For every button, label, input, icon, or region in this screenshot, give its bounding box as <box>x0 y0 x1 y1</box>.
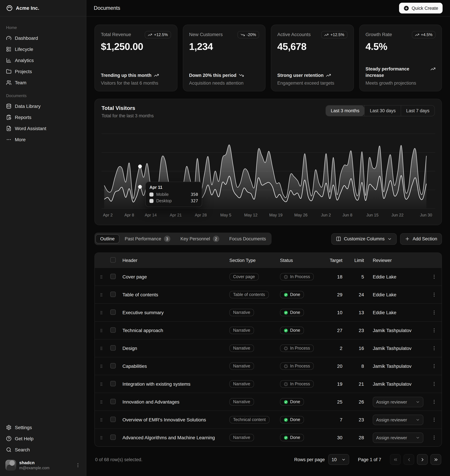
target-cell[interactable]: 25 <box>326 399 349 405</box>
sidebar-item-search[interactable]: Search <box>3 444 83 455</box>
row-header-cell[interactable]: Integration with existing systems <box>120 381 227 387</box>
sidebar-item-projects[interactable]: Projects <box>3 66 83 77</box>
row-actions-button[interactable] <box>429 292 439 297</box>
row-actions-button[interactable] <box>429 381 439 387</box>
limit-cell[interactable]: 23 <box>349 328 370 333</box>
sidebar-item-more[interactable]: More <box>3 134 83 145</box>
target-cell[interactable]: 2 <box>326 346 349 351</box>
sidebar-item-lifecycle[interactable]: Lifecycle <box>3 43 83 55</box>
tooltip-value: 327 <box>191 198 198 203</box>
limit-cell[interactable]: 23 <box>349 417 370 422</box>
row-actions-button[interactable] <box>429 435 439 440</box>
target-cell[interactable]: 30 <box>326 435 349 440</box>
row-actions-button[interactable] <box>429 417 439 422</box>
row-header-cell[interactable]: Advanced Algorithms and Machine Learning <box>120 435 227 440</box>
assign-reviewer-select[interactable]: Assign reviewer <box>373 432 423 443</box>
chart-area[interactable]: Apr 2Apr 8Apr 14Apr 21Apr 28May 5May 12M… <box>101 124 435 221</box>
row-checkbox[interactable] <box>110 291 116 297</box>
row-header-cell[interactable]: Design <box>120 346 227 351</box>
row-actions-button[interactable] <box>429 328 439 333</box>
row-checkbox[interactable] <box>110 309 116 315</box>
row-checkbox[interactable] <box>110 417 116 422</box>
first-page-button[interactable] <box>390 454 401 465</box>
stat-foot-title: Trending up this month <box>101 72 151 79</box>
row-checkbox[interactable] <box>110 399 116 404</box>
row-checkbox[interactable] <box>110 345 116 350</box>
sidebar-item-team[interactable]: Team <box>3 77 83 88</box>
sidebar-item-reports[interactable]: Reports <box>3 112 83 123</box>
row-header-cell[interactable]: Executive summary <box>120 310 227 315</box>
row-header-cell[interactable]: Overview of EMR's Innovative Solutions <box>120 417 227 422</box>
add-section-button[interactable]: Add Section <box>400 233 442 244</box>
row-checkbox[interactable] <box>110 363 116 368</box>
limit-cell[interactable]: 21 <box>349 381 370 387</box>
limit-cell[interactable]: 24 <box>349 292 370 297</box>
sidebar-item-dashboard[interactable]: Dashboard <box>3 32 83 43</box>
row-actions-button[interactable] <box>429 310 439 315</box>
assign-reviewer-select[interactable]: Assign reviewer <box>373 414 423 425</box>
range-tab-last-3-months[interactable]: Last 3 months <box>326 105 365 116</box>
x-axis-tick: Jun 8 <box>342 213 352 217</box>
drag-handle[interactable] <box>97 435 105 440</box>
target-cell[interactable]: 19 <box>326 381 349 387</box>
row-actions-button[interactable] <box>429 363 439 369</box>
user-menu[interactable]: shadcn m@example.com <box>3 457 83 473</box>
target-cell[interactable]: 7 <box>326 417 349 422</box>
drag-handle[interactable] <box>97 292 105 297</box>
rows-per-page-select[interactable]: 10 <box>328 454 349 465</box>
limit-cell[interactable]: 28 <box>349 435 370 440</box>
limit-cell[interactable]: 5 <box>349 274 370 279</box>
sidebar-item-analytics[interactable]: Analytics <box>3 55 83 66</box>
drag-handle[interactable] <box>97 346 105 351</box>
sidebar-item-data-library[interactable]: Data Library <box>3 100 83 112</box>
sidebar-item-word-assistant[interactable]: Word Assistant <box>3 123 83 134</box>
row-actions-button[interactable] <box>429 346 439 351</box>
limit-cell[interactable]: 16 <box>349 346 370 351</box>
row-checkbox[interactable] <box>110 381 116 386</box>
last-page-button[interactable] <box>430 454 441 465</box>
row-checkbox[interactable] <box>110 434 116 440</box>
row-actions-button[interactable] <box>429 399 439 405</box>
tab-key-personnel[interactable]: Key Personnel2 <box>176 234 224 244</box>
row-actions-button[interactable] <box>429 274 439 279</box>
row-header-cell[interactable]: Capabilities <box>120 363 227 369</box>
sidebar-item-settings[interactable]: Settings <box>3 422 83 433</box>
drag-handle[interactable] <box>97 274 105 279</box>
range-tab-last-30-days[interactable]: Last 30 days <box>365 105 401 116</box>
customize-columns-label: Customize Columns <box>344 236 385 241</box>
tab-past-performance[interactable]: Past Performance3 <box>120 234 175 244</box>
limit-cell[interactable]: 13 <box>349 310 370 315</box>
tab-outline[interactable]: Outline <box>95 234 119 244</box>
row-header-cell[interactable]: Innovation and Advantages <box>120 399 227 405</box>
stat-label: Growth Rate <box>366 31 392 37</box>
assign-reviewer-placeholder: Assign reviewer <box>376 417 407 422</box>
range-tab-last-7-days[interactable]: Last 7 days <box>401 105 434 116</box>
customize-columns-button[interactable]: Customize Columns <box>332 233 397 244</box>
org-switcher[interactable]: Acme Inc. <box>0 0 86 17</box>
target-cell[interactable]: 27 <box>326 328 349 333</box>
drag-handle[interactable] <box>97 417 105 422</box>
row-header-cell[interactable]: Technical approach <box>120 328 227 333</box>
row-checkbox[interactable] <box>110 327 116 333</box>
drag-handle[interactable] <box>97 364 105 369</box>
sidebar-item-get-help[interactable]: Get Help <box>3 433 83 444</box>
target-cell[interactable]: 29 <box>326 292 349 297</box>
quick-create-button[interactable]: Quick Create <box>399 3 443 13</box>
tab-focus-documents[interactable]: Focus Documents <box>225 234 271 244</box>
drag-handle[interactable] <box>97 310 105 315</box>
limit-cell[interactable]: 8 <box>349 363 370 369</box>
drag-handle[interactable] <box>97 399 105 404</box>
row-header-cell[interactable]: Cover page <box>120 274 227 279</box>
select-all-checkbox[interactable] <box>110 257 116 262</box>
previous-page-button[interactable] <box>403 454 414 465</box>
next-page-button[interactable] <box>417 454 428 465</box>
limit-cell[interactable]: 26 <box>349 399 370 405</box>
target-cell[interactable]: 10 <box>326 310 349 315</box>
row-checkbox[interactable] <box>110 273 116 279</box>
assign-reviewer-select[interactable]: Assign reviewer <box>373 397 423 407</box>
row-header-cell[interactable]: Table of contents <box>120 292 227 297</box>
drag-handle[interactable] <box>97 328 105 333</box>
target-cell[interactable]: 20 <box>326 363 349 369</box>
drag-handle[interactable] <box>97 381 105 387</box>
target-cell[interactable]: 18 <box>326 274 349 279</box>
